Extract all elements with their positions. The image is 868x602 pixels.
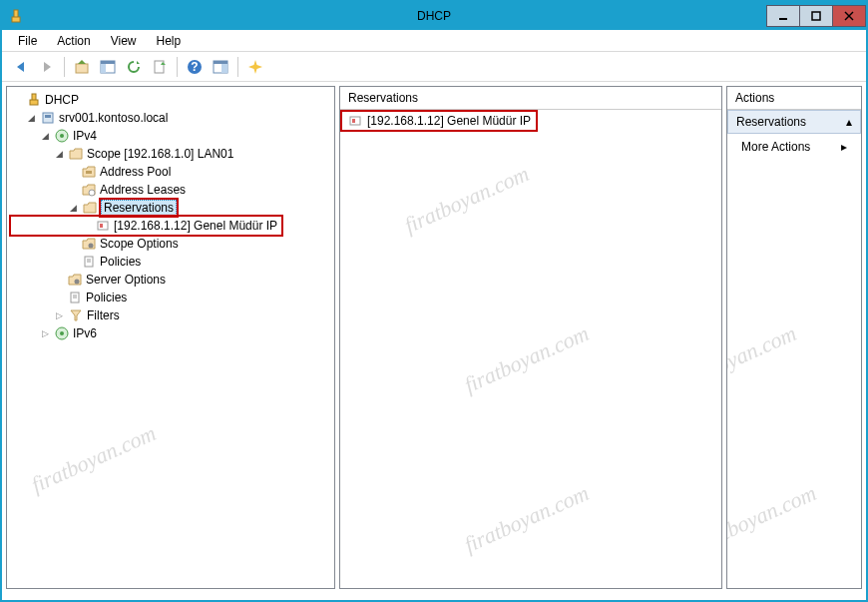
- tree-node-reservation-item[interactable]: [192.168.1.12] Genel Müdür IP: [11, 217, 281, 235]
- collapse-icon[interactable]: ◢: [67, 202, 79, 214]
- tree-label: Filters: [87, 308, 120, 322]
- svg-text:?: ?: [191, 60, 198, 74]
- menu-view[interactable]: View: [103, 32, 145, 50]
- tree-node-ipv6[interactable]: ▷ IPv6: [11, 324, 330, 342]
- tree-node-scope-policies[interactable]: Policies: [11, 253, 330, 271]
- server-icon: [40, 110, 56, 126]
- watermark: firatboyan.com: [400, 161, 533, 239]
- expander-icon: [11, 94, 23, 106]
- svg-rect-9: [101, 64, 106, 73]
- tree-node-address-pool[interactable]: Address Pool: [11, 163, 330, 181]
- forward-button[interactable]: [36, 56, 58, 78]
- toolbar: ?: [2, 52, 866, 82]
- tree-label: IPv6: [73, 326, 97, 340]
- export-button[interactable]: [149, 56, 171, 78]
- leases-icon: [81, 182, 97, 198]
- reservations-icon: [82, 200, 98, 216]
- menu-action[interactable]: Action: [49, 32, 98, 50]
- tree-node-scope[interactable]: ◢ Scope [192.168.1.0] LAN01: [11, 145, 330, 163]
- watermark: firatboyan.com: [726, 320, 800, 398]
- reservation-item-icon: [347, 113, 363, 129]
- back-button[interactable]: [10, 56, 32, 78]
- tree-label: Scope Options: [100, 237, 179, 251]
- close-button[interactable]: [832, 5, 866, 27]
- tree-label: Policies: [86, 291, 127, 304]
- svg-point-21: [60, 134, 64, 138]
- actions-more[interactable]: More Actions ▸: [727, 134, 861, 160]
- separator: [64, 57, 65, 77]
- expand-icon[interactable]: ▷: [39, 327, 51, 339]
- svg-rect-15: [221, 64, 227, 73]
- maximize-button[interactable]: [799, 5, 833, 27]
- svg-rect-22: [86, 171, 92, 174]
- list-header[interactable]: Reservations: [340, 87, 721, 110]
- tree-label: DHCP: [45, 93, 79, 107]
- tree: DHCP ◢ srv001.kontoso.local ◢ IPv4 ◢ Sco…: [7, 87, 334, 346]
- svg-rect-17: [30, 100, 38, 105]
- app-icon: [8, 8, 24, 24]
- pool-icon: [81, 164, 97, 180]
- dhcp-root-icon: [26, 92, 42, 108]
- tree-label: [192.168.1.12] Genel Müdür IP: [114, 219, 277, 233]
- refresh-button[interactable]: [123, 56, 145, 78]
- actions-header: Actions: [727, 87, 861, 110]
- svg-point-30: [75, 280, 80, 285]
- filters-icon: [68, 307, 84, 323]
- watermark: firatboyan.com: [27, 420, 160, 498]
- actions-category[interactable]: Reservations ▴: [727, 110, 861, 134]
- svg-rect-25: [100, 224, 103, 228]
- svg-rect-14: [214, 61, 227, 64]
- list-item-label: [192.168.1.12] Genel Müdür IP: [367, 114, 531, 128]
- minimize-button[interactable]: [766, 5, 800, 27]
- actions-pane: Actions Reservations ▴ More Actions ▸ fi…: [726, 86, 862, 589]
- svg-rect-37: [352, 119, 355, 123]
- watermark: firatboyan.com: [726, 480, 820, 558]
- chevron-right-icon: ▸: [841, 140, 847, 154]
- ipv6-icon: [54, 325, 70, 341]
- menu-file[interactable]: File: [10, 32, 45, 50]
- new-button[interactable]: [244, 56, 266, 78]
- watermark: firatboyan.com: [460, 320, 593, 398]
- tree-node-server-policies[interactable]: Policies: [11, 289, 330, 306]
- menubar: File Action View Help: [2, 30, 866, 52]
- tree-label: Reservations: [101, 200, 177, 216]
- tree-node-reservations[interactable]: ◢ Reservations: [11, 199, 177, 217]
- menu-help[interactable]: Help: [149, 32, 190, 50]
- window-frame: DHCP File Action View Help ?: [0, 0, 868, 602]
- show-hide-tree-button[interactable]: [97, 56, 119, 78]
- tree-node-dhcp-root[interactable]: DHCP: [11, 91, 330, 109]
- collapse-icon[interactable]: ◢: [25, 112, 37, 124]
- tree-node-scope-options[interactable]: Scope Options: [11, 235, 330, 253]
- list-header-text: Reservations: [348, 91, 713, 105]
- tree-node-server-options[interactable]: Server Options: [11, 271, 330, 289]
- reservation-item-icon: [95, 218, 111, 234]
- tree-label: srv001.kontoso.local: [59, 111, 168, 125]
- collapse-icon[interactable]: ◢: [39, 130, 51, 142]
- svg-point-23: [89, 190, 95, 196]
- collapse-icon[interactable]: ◢: [53, 148, 65, 160]
- content-area: DHCP ◢ srv001.kontoso.local ◢ IPv4 ◢ Sco…: [2, 82, 866, 593]
- actions-category-label: Reservations: [736, 115, 806, 129]
- svg-point-35: [60, 331, 64, 335]
- actions-more-label: More Actions: [741, 140, 810, 154]
- up-button[interactable]: [71, 56, 93, 78]
- watermark: firatboyan.com: [460, 480, 593, 558]
- tree-node-filters[interactable]: ▷ Filters: [11, 306, 330, 324]
- separator: [237, 57, 238, 77]
- help-button[interactable]: ?: [184, 56, 206, 78]
- tree-node-address-leases[interactable]: Address Leases: [11, 181, 330, 199]
- svg-rect-3: [812, 12, 820, 20]
- tree-pane: DHCP ◢ srv001.kontoso.local ◢ IPv4 ◢ Sco…: [6, 86, 335, 589]
- properties-button[interactable]: [210, 56, 231, 78]
- collapse-icon: ▴: [846, 115, 852, 129]
- tree-label: IPv4: [73, 129, 97, 143]
- list-pane: Reservations [192.168.1.12] Genel Müdür …: [339, 86, 722, 589]
- list-row-reservation[interactable]: [192.168.1.12] Genel Müdür IP: [341, 111, 537, 131]
- tree-label: Policies: [100, 255, 141, 269]
- tree-node-ipv4[interactable]: ◢ IPv4: [11, 127, 330, 145]
- tree-node-server[interactable]: ◢ srv001.kontoso.local: [11, 109, 330, 127]
- server-options-icon: [67, 272, 83, 288]
- expand-icon[interactable]: ▷: [53, 309, 65, 321]
- svg-rect-1: [12, 17, 20, 22]
- window-controls: [767, 5, 866, 27]
